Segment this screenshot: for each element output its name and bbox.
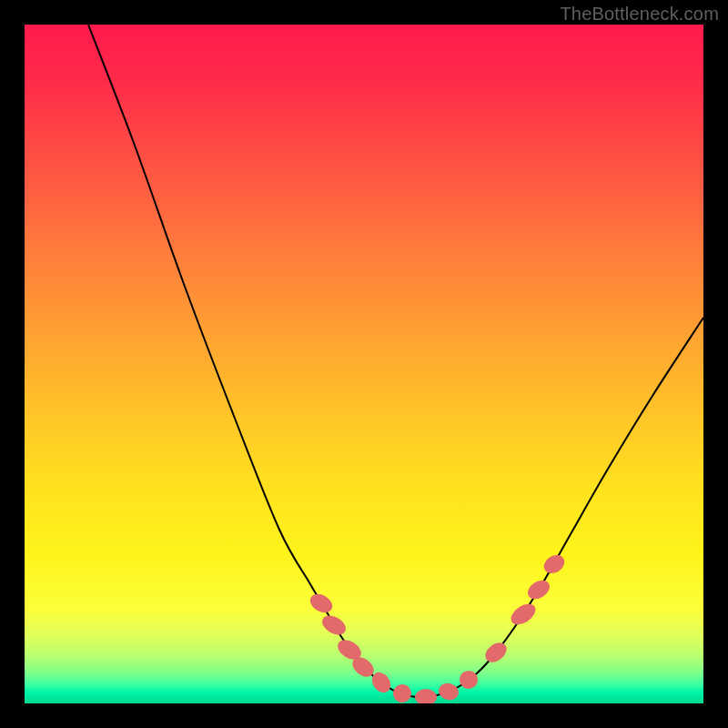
- curve-marker: [391, 682, 413, 703]
- watermark-text: TheBottleneck.com: [560, 4, 719, 25]
- curve-marker: [437, 681, 460, 702]
- curve-marker: [541, 551, 568, 577]
- curve-marker: [307, 591, 336, 617]
- bottleneck-curve: [88, 25, 703, 697]
- curve-marker: [456, 667, 481, 693]
- curve-marker: [524, 576, 553, 602]
- curve-marker: [318, 612, 349, 639]
- curve-marker: [508, 600, 540, 629]
- curve-marker: [481, 639, 511, 666]
- curve-marker: [415, 689, 437, 703]
- chart-svg: [25, 25, 703, 703]
- curve-markers: [307, 551, 568, 703]
- chart-plot-area: [25, 25, 703, 703]
